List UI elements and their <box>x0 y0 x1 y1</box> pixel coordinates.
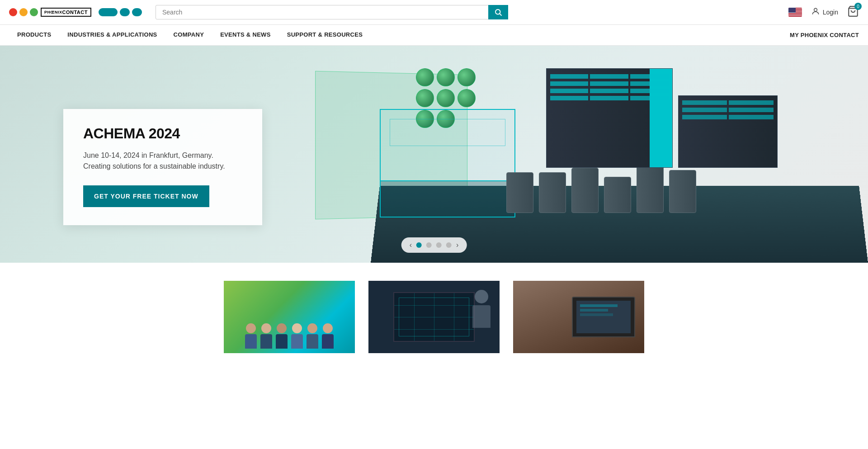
slider-dot-3[interactable] <box>446 242 452 248</box>
nav-items: PRODUCTS INDUSTRIES & APPLICATIONS COMPA… <box>9 25 790 46</box>
slider-dot-2[interactable] <box>436 242 442 248</box>
main-nav: PRODUCTS INDUSTRIES & APPLICATIONS COMPA… <box>0 25 868 46</box>
monitor-screen <box>393 292 475 342</box>
card-img-laptop-bg <box>513 281 644 353</box>
hero-title: ACHEMA 2024 <box>83 125 242 142</box>
card-monitor[interactable] <box>368 281 500 353</box>
slider-controls: ‹ › <box>401 237 467 253</box>
cards-section <box>0 263 868 353</box>
logo-contact-text: CONTACT <box>62 9 88 15</box>
slider-next-button[interactable]: › <box>456 241 458 249</box>
card-team-image <box>224 281 355 353</box>
card-team[interactable] <box>224 281 355 353</box>
person-silhouette <box>472 290 491 328</box>
sidebar-item-company[interactable]: COMPANY <box>165 25 212 46</box>
wireframe-building <box>380 109 515 217</box>
card-laptop-image <box>513 281 644 353</box>
flag-icon[interactable] <box>788 8 802 17</box>
card-img-team-bg <box>224 281 355 353</box>
logo-phoenix-text: PHŒNIX <box>44 10 62 14</box>
logo-pill-group <box>99 8 142 16</box>
cart-badge: 0 <box>854 3 862 10</box>
logo-text-box[interactable]: PHŒNIX CONTACT <box>41 8 91 17</box>
dot-yellow <box>19 8 28 16</box>
search-bar <box>156 5 508 19</box>
sidebar-item-events[interactable]: EVENTS & NEWS <box>212 25 279 46</box>
cart-icon-wrap[interactable]: 0 <box>847 5 859 19</box>
center-tanks <box>506 163 696 213</box>
person-5 <box>307 323 318 349</box>
my-phoenix-contact-link[interactable]: MY PHOENIX CONTACT <box>790 32 859 38</box>
search-input[interactable] <box>156 5 508 19</box>
header-actions: Login 0 <box>788 5 859 19</box>
laptop-shape <box>572 297 635 337</box>
people-row <box>245 323 334 349</box>
login-label: Login <box>823 9 838 16</box>
logo-area: PHŒNIX CONTACT <box>9 8 142 17</box>
person-3 <box>276 323 288 349</box>
dot-red <box>9 8 17 16</box>
svg-point-2 <box>814 8 817 11</box>
sidebar-item-support[interactable]: SUPPORT & RESOURCES <box>279 25 371 46</box>
hero-cta-button[interactable]: GET YOUR FREE TICKET NOW <box>83 185 209 207</box>
logo-dots <box>9 8 38 16</box>
search-button[interactable] <box>488 5 508 19</box>
sidebar-item-industries[interactable]: INDUSTRIES & APPLICATIONS <box>59 25 165 46</box>
slider-dot-1[interactable] <box>426 242 432 248</box>
hero-illustration <box>280 46 868 263</box>
person-2 <box>260 323 272 349</box>
hero-description: June 10-14, 2024 in Frankfurt, Germany. … <box>83 150 242 172</box>
user-icon <box>811 7 820 18</box>
person-1 <box>245 323 257 349</box>
login-area[interactable]: Login <box>811 7 838 18</box>
hero-card: ACHEMA 2024 June 10-14, 2024 in Frankfur… <box>63 109 262 225</box>
dark-buildings-right <box>546 68 778 168</box>
sidebar-item-products[interactable]: PRODUCTS <box>9 25 59 46</box>
person-4 <box>291 323 303 349</box>
header: PHŒNIX CONTACT <box>0 0 868 25</box>
laptop-screen-inner <box>576 301 631 333</box>
search-icon <box>494 8 502 16</box>
svg-point-0 <box>495 9 500 14</box>
hero-section: ACHEMA 2024 June 10-14, 2024 in Frankfur… <box>0 46 868 263</box>
slider-prev-button[interactable]: ‹ <box>410 241 412 249</box>
svg-line-1 <box>500 14 501 15</box>
pill-med <box>120 8 130 16</box>
slider-dot-0[interactable] <box>416 242 422 248</box>
card-monitor-image <box>368 281 500 353</box>
pill-sm <box>132 8 142 16</box>
card-img-monitor-bg <box>368 281 500 353</box>
person-6 <box>322 323 334 349</box>
search-wrapper <box>156 5 508 19</box>
card-laptop[interactable] <box>513 281 644 353</box>
pill-wide <box>99 8 118 16</box>
dot-green-small <box>30 8 38 16</box>
